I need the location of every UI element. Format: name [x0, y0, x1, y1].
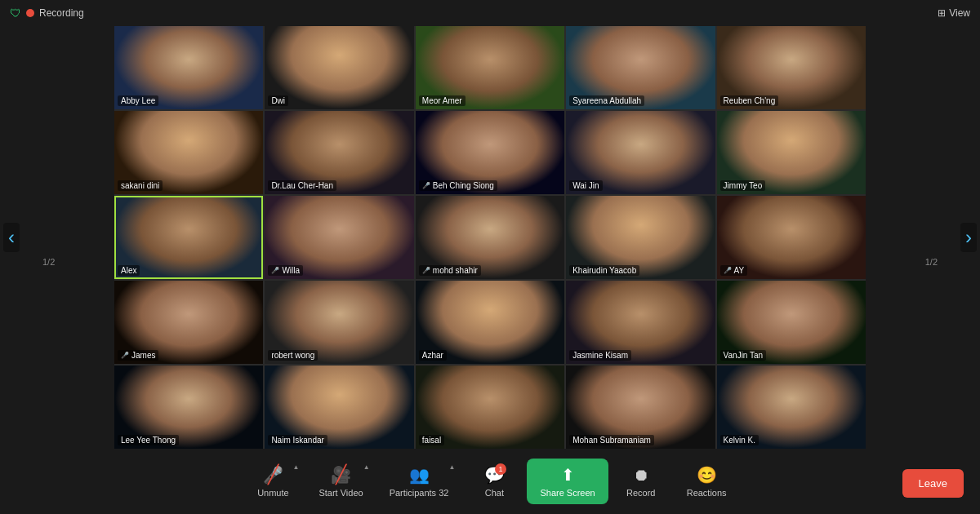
participant-name-6: sakani dini [118, 180, 163, 191]
participant-name-10: Jimmy Teo [720, 180, 766, 191]
mic-active-icon-8: 🎤 [422, 182, 430, 189]
unmute-button[interactable]: ▲ 🎤 ╱ Unmute [240, 459, 305, 504]
mic-active-icon-13: 🎤 [422, 267, 430, 274]
participant-name-11: Alex [118, 265, 140, 276]
view-button[interactable]: ⊞ View [938, 7, 970, 19]
video-cell-7: Dr.Lau Cher-Han [265, 111, 413, 194]
participant-name-23: faisal [419, 435, 444, 445]
video-cell-5: Reuben Ch'ng [717, 26, 866, 109]
participant-name-16: 🎤James [118, 350, 158, 361]
left-arrow-icon: ‹ [8, 226, 15, 248]
participant-name-25: Kelvin K. [720, 435, 759, 445]
unmute-caret[interactable]: ▲ [292, 463, 299, 471]
microphone-icon: 🎤 ╱ [263, 465, 283, 485]
grid-icon: ⊞ [938, 7, 946, 19]
recording-dot [26, 9, 34, 17]
unmute-label: Unmute [257, 488, 289, 498]
top-bar-left: 🛡 Recording [10, 7, 84, 20]
view-label: View [949, 7, 970, 19]
video-cell-4: Syareena Abdullah [566, 26, 715, 109]
reactions-button[interactable]: 😊 Reactions [674, 459, 740, 504]
leave-button[interactable]: Leave [902, 469, 964, 498]
bottom-toolbar: ▲ 🎤 ╱ Unmute ▲ 🎥 ╱ Start Video ▲ 👥 Parti… [0, 449, 980, 514]
video-cell-22: Naim Iskandar [265, 366, 413, 449]
video-caret[interactable]: ▲ [363, 463, 370, 471]
record-icon: ⏺ [633, 466, 649, 485]
participant-name-7: Dr.Lau Cher-Han [268, 180, 336, 191]
next-page-button[interactable]: › [960, 223, 977, 252]
video-cell-10: Jimmy Teo [717, 111, 866, 194]
participants-icon: 👥 [409, 465, 430, 485]
record-button[interactable]: ⏺ Record [608, 459, 674, 504]
video-cell-25: Kelvin K. [717, 366, 866, 449]
camera-icon: 🎥 ╱ [331, 465, 351, 485]
participant-name-8: 🎤Beh Ching Siong [419, 180, 497, 191]
video-cell-6: sakani dini [114, 111, 263, 194]
chat-button[interactable]: 💬 1 Chat [461, 459, 527, 504]
security-icon: 🛡 [10, 7, 21, 20]
video-cell-8: 🎤Beh Ching Siong [416, 111, 564, 194]
chat-icon: 💬 1 [484, 465, 505, 485]
participants-button[interactable]: ▲ 👥 Participants 32 [376, 459, 462, 504]
video-cell-14: Khairudin Yaacob [566, 196, 715, 279]
share-screen-label: Share Screen [540, 488, 595, 498]
reactions-icon: 😊 [697, 465, 717, 485]
participant-name-5: Reuben Ch'ng [720, 95, 779, 106]
participant-name-19: Jasmine Kisam [569, 350, 631, 361]
right-arrow-icon: › [965, 226, 972, 248]
participant-name-15: 🎤AY [720, 265, 748, 276]
participant-name-1: Abby Lee [118, 95, 158, 106]
participant-name-20: VanJin Tan [720, 350, 767, 361]
record-label: Record [626, 488, 655, 498]
video-cell-9: Wai Jin [566, 111, 715, 194]
share-screen-icon: ⬆ [561, 465, 575, 485]
participant-name-21: Lee Yee Thong [118, 435, 179, 445]
video-cell-24: Mohan Subramaniam [566, 366, 715, 449]
participant-name-22: Naim Iskandar [268, 435, 327, 445]
mic-active-icon-15: 🎤 [724, 267, 732, 274]
video-cell-12: 🎤Willa [265, 196, 413, 279]
participant-name-3: Meor Amer [419, 95, 466, 106]
chat-label: Chat [485, 488, 504, 498]
participant-name-2: Dwi [268, 95, 288, 106]
mic-active-icon-16: 🎤 [121, 352, 129, 359]
mic-active-icon-12: 🎤 [271, 267, 279, 274]
participants-caret[interactable]: ▲ [449, 463, 456, 471]
video-cell-18: Azhar [416, 281, 564, 364]
prev-page-button[interactable]: ‹ [3, 223, 20, 252]
video-cell-1: Abby Lee [114, 26, 263, 109]
share-screen-button[interactable]: ⬆ Share Screen [527, 459, 608, 504]
participant-name-13: 🎤mohd shahir [419, 265, 481, 276]
start-video-label: Start Video [318, 488, 363, 498]
video-grid: Abby LeeDwiMeor AmerSyareena AbdullahReu… [114, 26, 866, 449]
video-cell-13: 🎤mohd shahir [416, 196, 564, 279]
participant-name-9: Wai Jin [569, 180, 602, 191]
chat-badge: 1 [495, 463, 506, 475]
video-cell-19: Jasmine Kisam [566, 281, 715, 364]
video-cell-17: robert wong [265, 281, 413, 364]
top-bar: 🛡 Recording ⊞ View [0, 0, 980, 26]
participant-name-14: Khairudin Yaacob [569, 265, 639, 276]
video-cell-23: faisal [416, 366, 564, 449]
video-cell-11: Alex [114, 196, 263, 279]
participant-name-18: Azhar [419, 350, 447, 361]
start-video-button[interactable]: ▲ 🎥 ╱ Start Video [305, 459, 376, 504]
video-cell-2: Dwi [265, 26, 413, 109]
participant-name-24: Mohan Subramaniam [569, 435, 654, 445]
participant-name-4: Syareena Abdullah [569, 95, 644, 106]
page-indicator-right: 1/2 [925, 257, 938, 267]
participant-name-12: 🎤Willa [268, 265, 303, 276]
video-cell-20: VanJin Tan [717, 281, 866, 364]
reactions-label: Reactions [687, 488, 727, 498]
video-cell-16: 🎤James [114, 281, 263, 364]
video-cell-21: Lee Yee Thong [114, 366, 263, 449]
participants-label: Participants 32 [390, 488, 449, 498]
video-cell-15: 🎤AY [717, 196, 866, 279]
recording-label: Recording [39, 7, 84, 19]
page-indicator-left: 1/2 [42, 257, 55, 267]
participant-name-17: robert wong [268, 350, 318, 361]
video-cell-3: Meor Amer [416, 26, 564, 109]
